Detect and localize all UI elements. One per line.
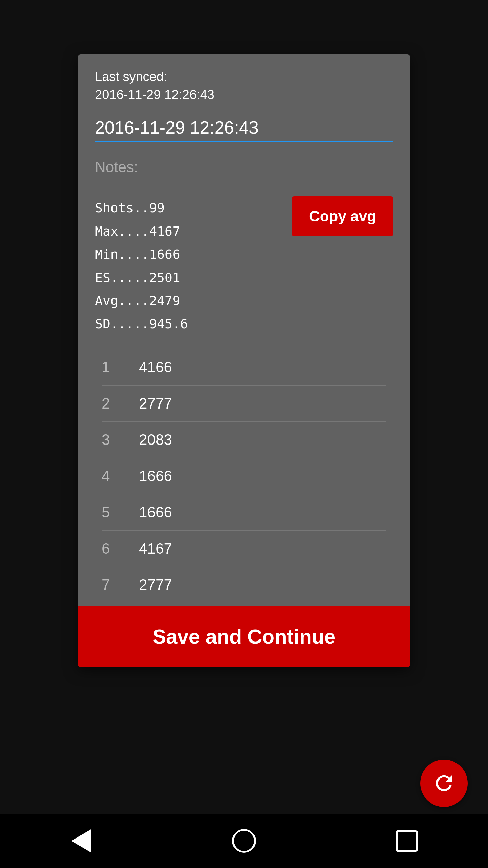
row-6-value: 4167 xyxy=(139,540,172,557)
stat-es: ES.....2501 xyxy=(95,266,188,289)
row-1-index: 1 xyxy=(102,359,119,376)
table-row: 1 4166 xyxy=(102,349,386,386)
stat-sd: SD.....945.6 xyxy=(95,312,188,335)
data-rows-container: 1 4166 2 2777 3 2083 4 1666 5 1666 6 416… xyxy=(95,349,393,603)
stat-shots: Shots..99 xyxy=(95,196,188,219)
last-synced-value: 2016-11-29 12:26:43 xyxy=(95,87,215,102)
table-row: 5 1666 xyxy=(102,494,386,531)
row-1-value: 4166 xyxy=(139,359,172,376)
table-row: 7 2777 xyxy=(102,567,386,603)
home-icon xyxy=(232,829,256,853)
row-2-value: 2777 xyxy=(139,395,172,412)
table-row: 2 2777 xyxy=(102,386,386,422)
refresh-fab[interactable] xyxy=(420,760,468,807)
last-synced-text: Last synced: 2016-11-29 12:26:43 xyxy=(95,68,393,104)
stat-avg: Avg....2479 xyxy=(95,289,188,312)
back-nav-button[interactable] xyxy=(68,827,95,854)
stats-row: Shots..99 Max....4167 Min....1666 ES....… xyxy=(95,196,393,335)
popup-content: Last synced: 2016-11-29 12:26:43 Shots..… xyxy=(78,54,410,603)
row-2-index: 2 xyxy=(102,395,119,412)
row-4-value: 1666 xyxy=(139,468,172,485)
stats-text: Shots..99 Max....4167 Min....1666 ES....… xyxy=(95,196,188,335)
popup-dialog: Last synced: 2016-11-29 12:26:43 Shots..… xyxy=(78,54,410,667)
table-row: 3 2083 xyxy=(102,422,386,458)
row-7-value: 2777 xyxy=(139,576,172,593)
row-5-value: 1666 xyxy=(139,504,172,521)
row-4-index: 4 xyxy=(102,468,119,485)
last-synced-label: Last synced: xyxy=(95,70,167,84)
bottom-navigation xyxy=(0,814,488,868)
notes-input[interactable] xyxy=(95,155,393,179)
row-5-index: 5 xyxy=(102,504,119,521)
row-3-value: 2083 xyxy=(139,431,172,448)
row-7-index: 7 xyxy=(102,576,119,593)
recents-nav-button[interactable] xyxy=(393,827,420,854)
table-row: 4 1666 xyxy=(102,458,386,494)
copy-avg-button[interactable]: Copy avg xyxy=(292,196,393,236)
row-3-index: 3 xyxy=(102,431,119,448)
stat-min: Min....1666 xyxy=(95,243,188,266)
back-icon xyxy=(71,829,92,853)
recents-icon xyxy=(396,830,418,852)
save-continue-button[interactable]: Save and Continue xyxy=(78,606,410,667)
home-nav-button[interactable] xyxy=(230,827,258,854)
row-6-index: 6 xyxy=(102,540,119,557)
date-input[interactable] xyxy=(95,114,393,142)
refresh-icon xyxy=(432,771,456,795)
table-row: 6 4167 xyxy=(102,531,386,567)
stat-max: Max....4167 xyxy=(95,220,188,243)
